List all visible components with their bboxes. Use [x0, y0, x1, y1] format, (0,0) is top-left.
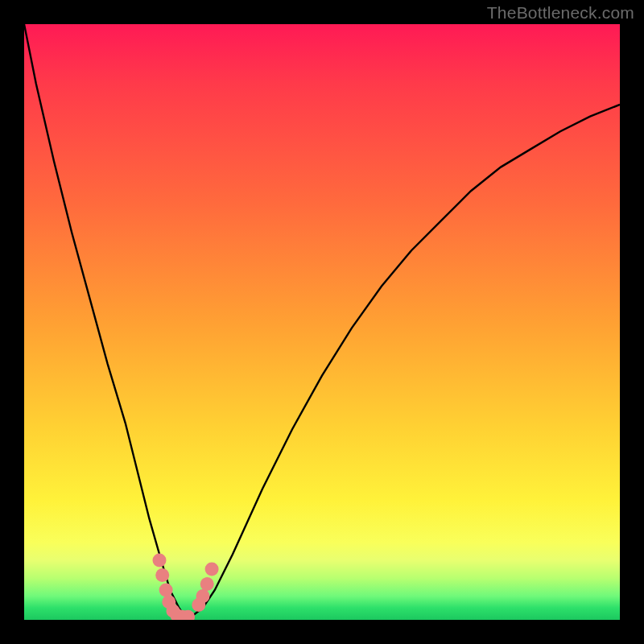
- valley-markers: [153, 554, 219, 621]
- valley-marker: [200, 577, 214, 591]
- valley-marker: [155, 568, 169, 582]
- bottleneck-curve-svg: [24, 24, 620, 620]
- bottleneck-curve: [24, 24, 620, 617]
- plot-area: [24, 24, 620, 620]
- valley-marker: [153, 554, 167, 568]
- valley-marker: [196, 589, 210, 603]
- chart-frame: TheBottleneck.com: [0, 0, 644, 644]
- watermark-text: TheBottleneck.com: [487, 3, 634, 23]
- valley-marker: [205, 563, 219, 576]
- valley-marker: [159, 584, 173, 597]
